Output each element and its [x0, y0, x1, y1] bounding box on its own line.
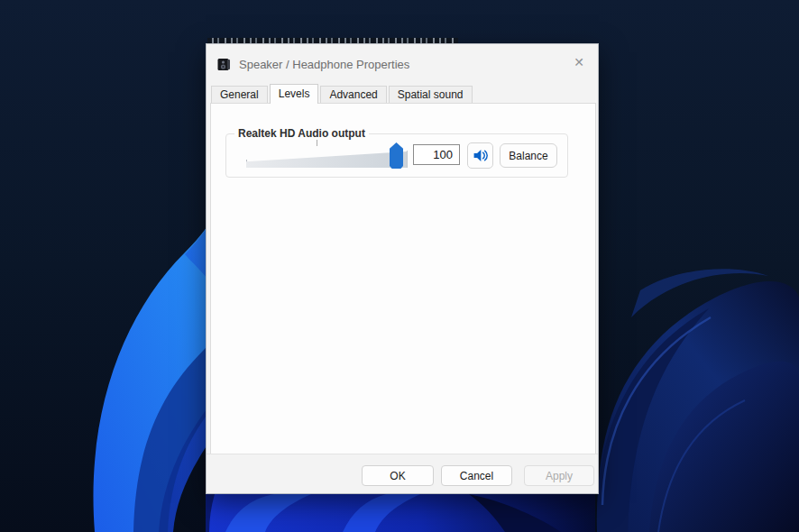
tab-spatial-sound[interactable]: Spatial sound	[389, 86, 473, 103]
mute-button[interactable]	[467, 142, 493, 169]
output-device-label: Realtek HD Audio output	[234, 127, 369, 140]
volume-slider-thumb[interactable]	[390, 142, 403, 169]
ok-button[interactable]: OK	[362, 465, 434, 486]
tab-bar: General Levels Advanced Spatial sound	[211, 84, 474, 103]
close-button[interactable]: ✕	[569, 52, 589, 72]
volume-slider[interactable]	[246, 143, 408, 170]
apply-button[interactable]: Apply	[524, 465, 594, 486]
dialog-footer: OK Cancel Apply	[207, 454, 598, 493]
tab-advanced[interactable]: Advanced	[320, 86, 386, 103]
properties-dialog: Speaker / Headphone Properties ✕ General…	[206, 43, 599, 494]
cancel-button[interactable]: Cancel	[441, 465, 512, 486]
levels-tab-page: Realtek HD Audio output 100	[210, 103, 596, 456]
titlebar: Speaker / Headphone Properties ✕	[207, 44, 598, 84]
tab-general[interactable]: General	[211, 86, 268, 103]
output-device-group: Realtek HD Audio output 100	[225, 133, 568, 178]
balance-button[interactable]: Balance	[500, 143, 557, 168]
slider-center-tick	[317, 140, 317, 146]
slider-right-cap	[407, 151, 408, 168]
volume-value-field[interactable]: 100	[413, 144, 460, 165]
desktop: Speaker / Headphone Properties ✕ General…	[0, 0, 799, 532]
speaker-icon	[216, 57, 232, 72]
tab-levels[interactable]: Levels	[270, 84, 319, 104]
close-icon: ✕	[574, 55, 584, 69]
slider-track	[246, 151, 408, 168]
speaker-volume-icon	[472, 147, 489, 164]
window-title: Speaker / Headphone Properties	[239, 58, 409, 71]
